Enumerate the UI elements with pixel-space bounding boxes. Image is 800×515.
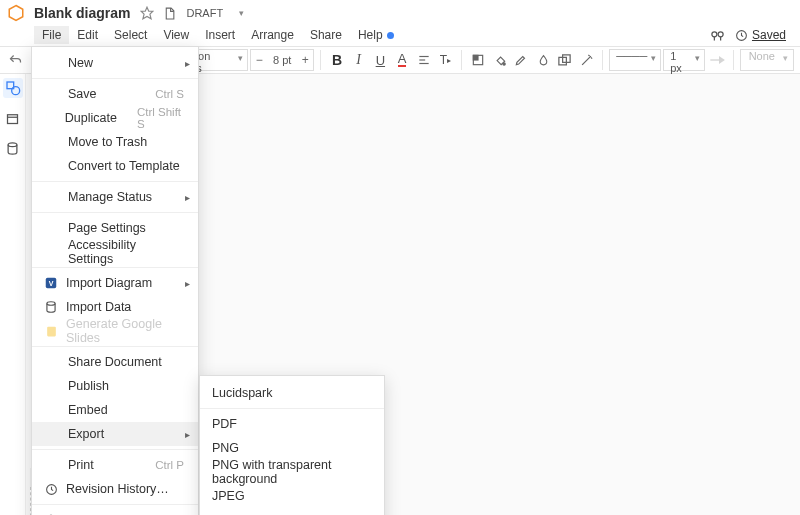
svg-point-27: [47, 302, 55, 306]
shape-style-button[interactable]: [555, 49, 575, 71]
menu-view[interactable]: View: [155, 26, 197, 44]
star-icon[interactable]: [139, 5, 155, 21]
left-sidebar: [0, 74, 26, 515]
file-convert-template[interactable]: Convert to Template: [32, 154, 198, 178]
file-publish[interactable]: Publish: [32, 374, 198, 398]
menu-insert[interactable]: Insert: [197, 26, 243, 44]
file-page-settings[interactable]: Page Settings: [32, 216, 198, 240]
svg-point-12: [503, 63, 505, 65]
file-generate-slides: Generate Google Slides: [32, 319, 198, 343]
menu-edit[interactable]: Edit: [69, 26, 106, 44]
data-panel-button[interactable]: [3, 138, 23, 158]
paint-bucket-button[interactable]: [490, 49, 510, 71]
menu-share[interactable]: Share: [302, 26, 350, 44]
menu-file[interactable]: File: [34, 26, 69, 44]
font-size-decrease[interactable]: −: [251, 53, 267, 67]
export-pdf[interactable]: PDF: [200, 412, 384, 436]
undo-button[interactable]: [6, 49, 26, 71]
export-jpeg[interactable]: JPEG: [200, 484, 384, 508]
line-width-select[interactable]: 1 px: [663, 49, 705, 71]
svg-rect-28: [47, 326, 56, 336]
submenu-arrow-icon: ▸: [185, 58, 190, 69]
file-manage-status[interactable]: Manage Status▸: [32, 185, 198, 209]
slides-icon: [40, 325, 62, 338]
saved-indicator[interactable]: Saved: [735, 28, 786, 42]
svg-point-18: [11, 87, 19, 95]
file-import-data[interactable]: Import Data: [32, 295, 198, 319]
svg-marker-0: [9, 6, 23, 21]
database-icon: [40, 300, 62, 314]
export-submenu: Lucidspark PDF PNG PNG with transparent …: [199, 375, 385, 515]
underline-button[interactable]: U: [371, 49, 391, 71]
text-color-button[interactable]: A: [392, 49, 412, 71]
container-panel-button[interactable]: [3, 108, 23, 128]
clock-icon: [40, 483, 62, 496]
menu-help-label: Help: [358, 28, 383, 42]
svg-text:V: V: [49, 280, 54, 287]
text-format-button[interactable]: T▸: [436, 49, 456, 71]
line-style-value: ────: [616, 50, 647, 62]
export-svg[interactable]: SVG: [200, 508, 384, 515]
find-icon[interactable]: [710, 28, 725, 43]
font-size-increase[interactable]: +: [297, 53, 313, 67]
line-end-button[interactable]: [707, 49, 727, 71]
border-color-button[interactable]: [533, 49, 553, 71]
notification-dot-icon: [387, 32, 394, 39]
file-export[interactable]: Export▸: [32, 422, 198, 446]
file-revision-history[interactable]: Revision History…: [32, 477, 198, 501]
file-menu: New▸ SaveCtrl S DuplicateCtrl Shift S Mo…: [31, 46, 199, 515]
line-style-select[interactable]: ────: [609, 49, 661, 71]
export-png[interactable]: PNG: [200, 436, 384, 460]
fill-color-button[interactable]: [468, 49, 488, 71]
align-button[interactable]: [414, 49, 434, 71]
line-width-value: 1 px: [670, 50, 682, 74]
svg-point-2: [712, 31, 717, 36]
svg-point-3: [718, 31, 723, 36]
menu-help[interactable]: Help: [350, 26, 402, 44]
svg-marker-1: [142, 7, 154, 19]
file-save[interactable]: SaveCtrl S: [32, 82, 198, 106]
menu-select[interactable]: Select: [106, 26, 155, 44]
svg-marker-16: [720, 57, 724, 62]
menu-arrange[interactable]: Arrange: [243, 26, 302, 44]
file-duplicate[interactable]: DuplicateCtrl Shift S: [32, 106, 198, 130]
menubar: File Edit Select View Insert Arrange Sha…: [0, 24, 800, 46]
status-label: DRAFT: [186, 7, 223, 19]
shape-fill-value: None: [749, 50, 775, 62]
file-import-diagram[interactable]: V Import Diagram▸: [32, 271, 198, 295]
file-move-to-trash[interactable]: Move to Trash: [32, 130, 198, 154]
status-dropdown[interactable]: DRAFT ▾: [186, 7, 244, 19]
magic-button[interactable]: [577, 49, 597, 71]
svg-rect-11: [473, 55, 478, 60]
saved-label: Saved: [752, 28, 786, 42]
font-size-value[interactable]: 8 pt: [267, 54, 297, 66]
file-integrations[interactable]: Integrations: [32, 508, 198, 515]
file-new[interactable]: New▸: [32, 51, 198, 75]
file-print[interactable]: PrintCtrl P: [32, 453, 198, 477]
export-lucidspark[interactable]: Lucidspark: [200, 381, 384, 405]
file-embed[interactable]: Embed: [32, 398, 198, 422]
submenu-arrow-icon: ▸: [185, 192, 190, 203]
app-logo-icon: [6, 3, 26, 23]
font-size-stepper[interactable]: − 8 pt +: [250, 49, 314, 71]
highlighter-button[interactable]: [512, 49, 532, 71]
shape-fill-select[interactable]: None: [740, 49, 794, 71]
document-title[interactable]: Blank diagram: [34, 5, 130, 21]
chevron-down-icon: ▾: [239, 8, 244, 18]
export-png-transparent[interactable]: PNG with transparent background: [200, 460, 384, 484]
svg-point-21: [8, 142, 17, 146]
italic-button[interactable]: I: [349, 49, 369, 71]
svg-rect-19: [8, 114, 18, 123]
file-accessibility-settings[interactable]: Accessibility Settings: [32, 240, 198, 264]
visio-icon: V: [40, 276, 62, 290]
submenu-arrow-icon: ▸: [185, 429, 190, 440]
document-icon[interactable]: [161, 5, 177, 21]
shapes-panel-button[interactable]: [3, 78, 23, 98]
submenu-arrow-icon: ▸: [185, 278, 190, 289]
bold-button[interactable]: B: [327, 49, 347, 71]
clock-icon: [735, 29, 748, 42]
file-share-document[interactable]: Share Document: [32, 350, 198, 374]
